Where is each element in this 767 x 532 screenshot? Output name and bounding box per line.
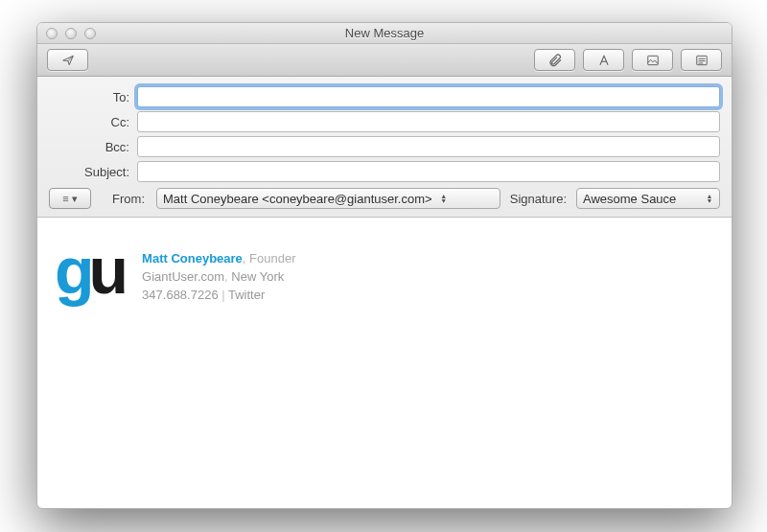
signature-sep-1: , — [243, 251, 249, 266]
cc-input[interactable] — [137, 111, 720, 132]
cc-label: Cc: — [49, 115, 137, 129]
cc-row: Cc: — [49, 111, 720, 132]
subject-input[interactable] — [137, 161, 720, 182]
list-icon: ≡ ▾ — [62, 193, 77, 205]
signature-line-2: GiantUser.com, New York — [142, 268, 295, 287]
chevron-up-down-icon: ▲▼ — [440, 194, 448, 203]
attach-button[interactable] — [534, 49, 575, 71]
list-panel-icon — [694, 54, 709, 67]
window-title: New Message — [37, 26, 732, 40]
signature-title: Founder — [249, 251, 295, 266]
header-options-button[interactable]: ≡ ▾ — [49, 188, 91, 209]
from-select[interactable]: Matt Coneybeare <coneybeare@giantuser.co… — [156, 188, 500, 209]
bcc-input[interactable] — [137, 136, 720, 157]
logo-letter-u: u — [89, 244, 124, 296]
from-value: Matt Coneybeare <coneybeare@giantuser.co… — [163, 192, 432, 206]
signature-label: Signature: — [510, 192, 567, 206]
close-window-icon[interactable] — [46, 28, 58, 39]
zoom-window-icon[interactable] — [84, 28, 96, 39]
svg-rect-0 — [647, 56, 658, 64]
bcc-label: Bcc: — [49, 140, 137, 154]
signature-name: Matt Coneybeare — [142, 251, 243, 266]
signature-value: Awesome Sauce — [583, 192, 676, 206]
paper-plane-icon — [59, 54, 77, 67]
subject-label: Subject: — [49, 165, 137, 179]
compose-window: New Message To: Cc: — [36, 22, 732, 509]
logo-letter-g: g — [55, 244, 89, 296]
toolbar-right — [534, 49, 722, 71]
send-button[interactable] — [47, 49, 88, 71]
signature-phone: 347.688.7226 — [142, 288, 219, 302]
from-label: From: — [101, 192, 147, 206]
signature-line-1: Matt Coneybeare, Founder — [142, 250, 295, 268]
stationery-button[interactable] — [681, 49, 722, 71]
to-label: To: — [49, 90, 137, 104]
signature-line-3: 347.688.7226 | Twitter — [142, 287, 295, 305]
compose-headers: To: Cc: Bcc: Subject: ≡ ▾ From: Matt Con… — [37, 77, 732, 218]
paperclip-icon — [547, 53, 563, 68]
signature-sep-3: | — [219, 288, 228, 302]
bcc-row: Bcc: — [49, 136, 720, 157]
minimize-window-icon[interactable] — [65, 28, 77, 39]
photo-icon — [645, 54, 661, 67]
signature-select[interactable]: Awesome Sauce ▲▼ — [576, 188, 720, 209]
subject-row: Subject: — [49, 161, 720, 182]
chevron-up-down-icon: ▲▼ — [706, 194, 713, 203]
photo-browser-button[interactable] — [632, 49, 673, 71]
toolbar — [37, 44, 732, 77]
window-controls — [37, 28, 96, 39]
signature-location: New York — [231, 269, 284, 284]
signature-site: GiantUser.com — [142, 269, 224, 284]
format-button[interactable] — [583, 49, 624, 71]
font-icon — [596, 54, 612, 67]
signature-twitter: Twitter — [228, 288, 265, 302]
signature-text: Matt Coneybeare, Founder GiantUser.com, … — [142, 244, 295, 305]
titlebar: New Message — [37, 23, 732, 44]
signature-logo: g u — [55, 244, 123, 296]
from-row: ≡ ▾ From: Matt Coneybeare <coneybeare@gi… — [49, 188, 720, 209]
message-body[interactable]: g u Matt Coneybeare, Founder GiantUser.c… — [37, 218, 732, 332]
to-input[interactable] — [137, 86, 720, 107]
to-row: To: — [49, 86, 720, 107]
